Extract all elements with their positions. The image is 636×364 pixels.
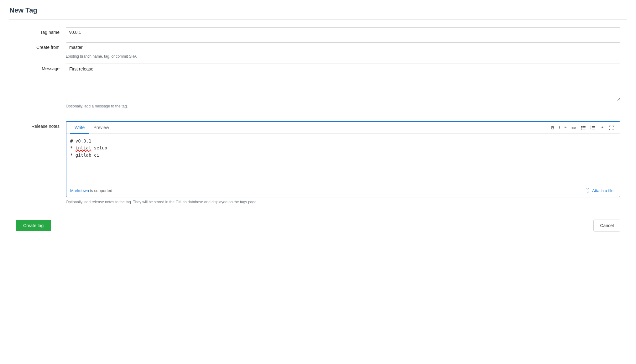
release-notes-label: Release notes (16, 121, 66, 129)
section-divider (9, 115, 627, 115)
misspelled-word: intial (76, 145, 91, 150)
unordered-list-button[interactable] (579, 124, 588, 132)
tab-preview[interactable]: Preview (89, 122, 113, 134)
message-textarea[interactable]: First release (66, 64, 620, 101)
ordered-list-icon: 1. 2. 3. (590, 125, 595, 130)
release-notes-hint: Optionally, add release notes to the tag… (66, 200, 620, 204)
markdown-support: Markdown is supported (70, 188, 112, 193)
editor-tabs-bar: Write Preview B I ❝ (66, 122, 620, 134)
message-hint: Optionally, add a message to the tag. (66, 104, 620, 108)
ordered-list-button[interactable]: 1. 2. 3. (588, 124, 597, 132)
svg-rect-11 (592, 129, 595, 129)
bold-icon: B (551, 125, 554, 130)
code-icon: <> (571, 125, 576, 130)
form-actions: Create tag Cancel (9, 220, 627, 231)
svg-rect-7 (592, 126, 595, 127)
bold-button[interactable]: B (549, 124, 556, 132)
editor-content[interactable]: # v0.0.1 * intial setup * gitlab ci (66, 134, 620, 184)
svg-rect-5 (582, 129, 586, 129)
bottom-divider (9, 212, 627, 212)
message-label: Message (16, 64, 66, 71)
editor-toolbar: B I ❝ <> (549, 124, 616, 132)
italic-button[interactable]: I (557, 124, 562, 132)
create-from-label: Create from (16, 42, 66, 50)
attach-file-button[interactable]: Attach a file (583, 187, 616, 194)
editor-text: # v0.0.1 * intial setup * gitlab ci (70, 138, 616, 159)
tag-name-control (66, 27, 620, 37)
attach-file-icon (585, 188, 590, 193)
create-from-control: Existing branch name, tag, or commit SHA (66, 42, 620, 59)
tag-name-label: Tag name (16, 27, 66, 35)
tag-name-row: Tag name (9, 27, 627, 37)
create-from-input[interactable] (66, 42, 620, 52)
svg-rect-1 (582, 126, 586, 127)
create-tag-button[interactable]: Create tag (16, 220, 51, 231)
link-icon (600, 125, 605, 130)
release-notes-control: Write Preview B I ❝ (66, 121, 620, 204)
markdown-link[interactable]: Markdown (70, 188, 89, 193)
code-button[interactable]: <> (569, 124, 578, 132)
line3: * gitlab ci (70, 153, 99, 158)
line1: # v0.0.1 (70, 138, 91, 143)
svg-point-2 (581, 127, 582, 128)
page-title: New Tag (9, 6, 627, 14)
italic-icon: I (559, 125, 560, 130)
cancel-button[interactable]: Cancel (593, 220, 620, 231)
svg-point-0 (581, 126, 582, 127)
quote-button[interactable]: ❝ (562, 124, 569, 132)
attach-file-label: Attach a file (592, 188, 613, 193)
release-notes-editor: Write Preview B I ❝ (66, 121, 620, 197)
editor-footer: Markdown is supported Attach a file (66, 184, 620, 197)
unordered-list-icon (581, 125, 586, 130)
tab-write[interactable]: Write (70, 122, 89, 134)
message-control: First release Optionally, add a message … (66, 64, 620, 108)
svg-rect-9 (592, 127, 595, 128)
create-from-hint: Existing branch name, tag, or commit SHA (66, 54, 620, 59)
tag-name-input[interactable] (66, 27, 620, 37)
markdown-support-text: is supported (90, 188, 112, 193)
create-from-row: Create from Existing branch name, tag, o… (9, 42, 627, 59)
top-divider (9, 19, 627, 20)
line2: * intial setup (70, 145, 107, 150)
svg-text:3.: 3. (590, 128, 592, 130)
message-row: Message First release Optionally, add a … (9, 64, 627, 108)
release-notes-row: Release notes Write Preview B I (9, 121, 627, 204)
fullscreen-icon (609, 125, 614, 130)
svg-rect-3 (582, 127, 586, 128)
link-button[interactable] (598, 124, 607, 132)
svg-point-4 (581, 128, 582, 129)
quote-icon: ❝ (564, 125, 567, 130)
new-tag-form: Tag name Create from Existing branch nam… (9, 27, 627, 108)
fullscreen-button[interactable] (607, 124, 616, 132)
